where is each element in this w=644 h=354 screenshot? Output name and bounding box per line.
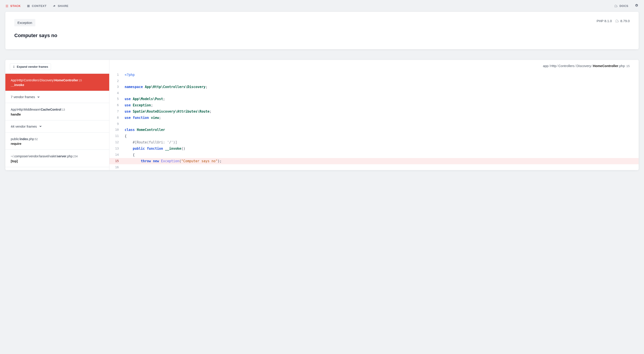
code-line: 6use Exception; (110, 102, 639, 108)
stack-frame[interactable]: App\Http\Controllers\Discovery\HomeContr… (5, 74, 109, 91)
code-line: 15 throw new Exception("Computer says no… (110, 158, 639, 164)
code-line: 11{ (110, 133, 639, 139)
exception-message: Computer says no (14, 33, 630, 38)
stack-frame[interactable]: App\Http\Middleware\CacheControl:13handl… (5, 103, 109, 120)
code-line: 16 (110, 164, 639, 170)
laravel-icon (614, 4, 618, 7)
code-line: 12 #[Route(fullUri: '/')] (110, 139, 639, 146)
vendor-frames-collapsed[interactable]: 7 vendor frames (5, 91, 109, 103)
gear-icon (634, 3, 639, 7)
nav-docs[interactable]: DOCS (614, 4, 628, 7)
stack-icon (5, 4, 8, 7)
chevron-down-icon (37, 96, 40, 98)
exception-class-badge: Exception (14, 19, 35, 26)
laravel-version: 8.79.0 (615, 19, 630, 23)
code-line: 13 public function __invoke() (110, 146, 639, 152)
chevron-down-icon (39, 125, 42, 128)
code-line: 1<?php (110, 72, 639, 78)
frames-sidebar: Expand vendor frames App\Http\Controller… (5, 60, 110, 170)
expand-icon (13, 66, 15, 68)
code-line: 9 (110, 121, 639, 127)
stack-frame[interactable]: ~/.composer/vendor/laravel/valet/server.… (5, 150, 109, 167)
nav-context[interactable]: CONTEXT (27, 4, 46, 7)
code-line: 5use App\Models\Post; (110, 96, 639, 102)
php-version: PHP 8.1.0 (596, 19, 612, 23)
share-icon (53, 4, 56, 7)
code-line: 3namespace App\Http\Controllers\Discover… (110, 84, 639, 90)
code-line: 14 { (110, 152, 639, 158)
code-line: 7use Spatie\RouteDiscovery\Attributes\Ro… (110, 108, 639, 115)
stack-trace-panel: Expand vendor frames App\Http\Controller… (5, 60, 639, 170)
vendor-frames-collapsed[interactable]: 44 vendor frames (5, 121, 109, 133)
code-viewer: app/Http/Controllers/Discovery/HomeContr… (110, 60, 639, 170)
code-line: 4 (110, 90, 639, 96)
code-line: 8use function view; (110, 115, 639, 121)
nav-stack[interactable]: STACK (5, 4, 20, 7)
code-line: 10class HomeController (110, 127, 639, 133)
context-icon (27, 4, 30, 7)
code-line: 2 (110, 78, 639, 84)
top-nav: STACK CONTEXT SHARE DOCS (0, 0, 644, 12)
nav-share[interactable]: SHARE (53, 4, 68, 7)
laravel-icon (615, 19, 619, 23)
expand-vendor-frames-button[interactable]: Expand vendor frames (10, 63, 51, 70)
settings-button[interactable] (634, 3, 639, 8)
exception-summary: Exception PHP 8.1.0 8.79.0 Computer says… (5, 12, 639, 49)
file-breadcrumb: app/Http/Controllers/Discovery/HomeContr… (110, 60, 639, 72)
stack-frame[interactable]: public/index.php:52require (5, 133, 109, 150)
